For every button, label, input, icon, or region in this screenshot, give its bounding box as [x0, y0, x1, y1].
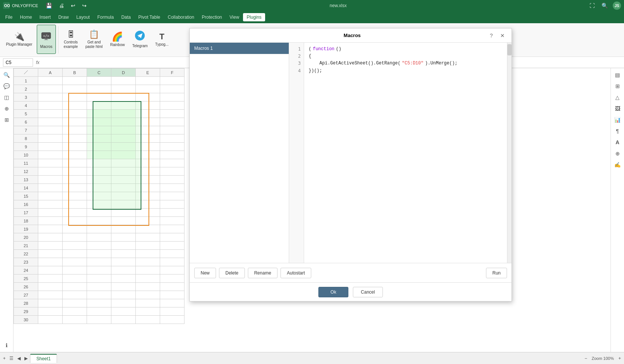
cell-e7[interactable]: [136, 126, 160, 134]
cell-e2[interactable]: [136, 85, 160, 93]
cell-b26[interactable]: [63, 283, 87, 291]
cell-a20[interactable]: [38, 233, 63, 242]
menu-view[interactable]: View: [226, 13, 243, 21]
cell-d29[interactable]: [111, 307, 136, 316]
col-header-a[interactable]: A: [38, 69, 63, 77]
cell-b24[interactable]: [63, 266, 87, 274]
menu-home[interactable]: Home: [16, 13, 36, 21]
cell-d22[interactable]: [111, 250, 136, 258]
print-button[interactable]: 🖨: [57, 2, 66, 9]
cell-c21[interactable]: [87, 242, 111, 250]
cell-c2[interactable]: [87, 85, 111, 93]
cell-a26[interactable]: [38, 283, 63, 291]
cell-b14[interactable]: [63, 184, 87, 192]
cell-b8[interactable]: [63, 134, 87, 143]
cell-e13[interactable]: [136, 176, 160, 184]
cell-f16[interactable]: [160, 200, 184, 209]
cell-c24[interactable]: [87, 266, 111, 274]
cell-f1[interactable]: [160, 77, 184, 85]
cell-f14[interactable]: [160, 184, 184, 192]
cell-d13[interactable]: [111, 176, 136, 184]
menu-data[interactable]: Data: [117, 13, 134, 21]
cell-c12[interactable]: [87, 167, 111, 176]
cell-b6[interactable]: [63, 118, 87, 126]
dialog-cancel-btn[interactable]: Cancel: [353, 287, 383, 297]
cell-e18[interactable]: [136, 217, 160, 225]
cell-f8[interactable]: [160, 134, 184, 143]
cell-e22[interactable]: [136, 250, 160, 258]
cell-b15[interactable]: [63, 192, 87, 200]
cell-f11[interactable]: [160, 159, 184, 167]
cell-c5[interactable]: [87, 110, 111, 118]
cell-f3[interactable]: [160, 93, 184, 101]
cell-a11[interactable]: [38, 159, 63, 167]
right-paragraph[interactable]: ¶: [612, 126, 623, 136]
menu-protection[interactable]: Protection: [198, 13, 226, 21]
cell-d18[interactable]: [111, 217, 136, 225]
cell-c3[interactable]: [87, 93, 111, 101]
dialog-delete-btn[interactable]: Delete: [219, 268, 245, 278]
cell-f19[interactable]: [160, 225, 184, 233]
cell-b16[interactable]: [63, 200, 87, 209]
cell-e12[interactable]: [136, 167, 160, 176]
cell-a1[interactable]: [38, 77, 63, 85]
macro-list-item-1[interactable]: Macros 1: [190, 43, 289, 54]
cell-a10[interactable]: [38, 151, 63, 159]
cell-e21[interactable]: [136, 242, 160, 250]
cell-a21[interactable]: [38, 242, 63, 250]
ribbon-plugin-manager[interactable]: 🔌 Plugin Manager: [3, 25, 35, 54]
cell-d16[interactable]: [111, 200, 136, 209]
cell-e14[interactable]: [136, 184, 160, 192]
menu-formula[interactable]: Formula: [93, 13, 117, 21]
left-search-btn[interactable]: 🔍: [2, 70, 12, 80]
dialog-help-btn[interactable]: ?: [488, 32, 495, 39]
cell-b10[interactable]: [63, 151, 87, 159]
ribbon-typog[interactable]: T Typog...: [152, 25, 172, 54]
cell-c16[interactable]: [87, 200, 111, 209]
menu-pivot-table[interactable]: Pivot Table: [135, 13, 164, 21]
cell-e20[interactable]: [136, 233, 160, 242]
cell-f26[interactable]: [160, 283, 184, 291]
cell-e16[interactable]: [136, 200, 160, 209]
cell-a23[interactable]: [38, 258, 63, 266]
cell-f23[interactable]: [160, 258, 184, 266]
cell-f4[interactable]: [160, 101, 184, 110]
right-shape-settings[interactable]: △: [612, 92, 623, 103]
cell-f30[interactable]: [160, 316, 184, 324]
cell-d26[interactable]: [111, 283, 136, 291]
cell-c30[interactable]: [87, 316, 111, 324]
cell-f25[interactable]: [160, 274, 184, 283]
cell-ref-input[interactable]: [3, 58, 33, 67]
cell-f29[interactable]: [160, 307, 184, 316]
cell-f27[interactable]: [160, 291, 184, 299]
cell-c18[interactable]: [87, 217, 111, 225]
cell-a2[interactable]: [38, 85, 63, 93]
cell-b1[interactable]: [63, 77, 87, 85]
cell-d14[interactable]: [111, 184, 136, 192]
right-signature[interactable]: ✍: [612, 160, 623, 170]
cell-d28[interactable]: [111, 299, 136, 307]
fullscreen-button[interactable]: ⛶: [588, 2, 597, 9]
cell-c17[interactable]: [87, 209, 111, 217]
save-button[interactable]: 💾: [44, 2, 54, 9]
cell-b23[interactable]: [63, 258, 87, 266]
menu-insert[interactable]: Insert: [36, 13, 54, 21]
cell-c15[interactable]: [87, 192, 111, 200]
cell-c6[interactable]: [87, 118, 111, 126]
col-header-d[interactable]: D: [111, 69, 136, 77]
cell-e15[interactable]: [136, 192, 160, 200]
cell-e24[interactable]: [136, 266, 160, 274]
cell-d20[interactable]: [111, 233, 136, 242]
dialog-close-btn[interactable]: ✕: [498, 32, 507, 39]
cell-d12[interactable]: [111, 167, 136, 176]
cell-b21[interactable]: [63, 242, 87, 250]
cell-f22[interactable]: [160, 250, 184, 258]
cell-b13[interactable]: [63, 176, 87, 184]
cell-c19[interactable]: [87, 225, 111, 233]
sheet-next-btn[interactable]: ▶: [23, 354, 29, 363]
cell-c27[interactable]: [87, 291, 111, 299]
cell-d9[interactable]: [111, 143, 136, 151]
cell-d24[interactable]: [111, 266, 136, 274]
cell-b3[interactable]: [63, 93, 87, 101]
cell-d19[interactable]: [111, 225, 136, 233]
